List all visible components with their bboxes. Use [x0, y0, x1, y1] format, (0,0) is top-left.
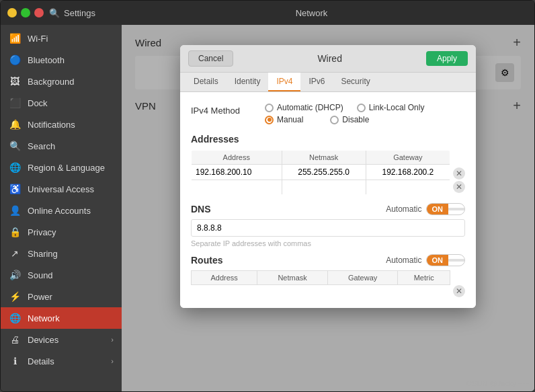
- devices-chevron-icon: ›: [111, 336, 114, 344]
- sidebar-item-notifications[interactable]: 🔔 Notifications: [1, 114, 122, 135]
- tab-security[interactable]: Security: [333, 73, 378, 91]
- main-content: 📶 Wi-Fi 🔵 Bluetooth 🖼 Background ⬛ Dock …: [1, 25, 534, 391]
- dialog-overlay: Cancel Wired Apply Details Identity IPv4…: [122, 25, 534, 391]
- search-icon: 🔍: [49, 8, 60, 18]
- table-row: 192.168.200.10 255.255.255.0 192.168.200…: [192, 165, 450, 180]
- app-window: 🔍 Settings Network 📶 Wi-Fi 🔵 Bluetooth 🖼…: [0, 0, 535, 392]
- sidebar-item-sharing[interactable]: ↗ Sharing: [1, 243, 122, 264]
- content-area: Wired + ⚙ VPN + Cancel Wired: [122, 25, 534, 391]
- address-cell-1[interactable]: 192.168.200.10: [192, 165, 282, 180]
- sidebar-item-bluetooth[interactable]: 🔵 Bluetooth: [1, 49, 122, 71]
- dns-auto-row: Automatic ON: [386, 203, 465, 215]
- sidebar-item-privacy[interactable]: 🔒 Privacy: [1, 221, 122, 243]
- dns-input[interactable]: [191, 219, 465, 237]
- sidebar-item-label: Wi-Fi: [28, 34, 48, 44]
- sidebar-item-label: Dock: [28, 98, 48, 108]
- watermark: CSDN @Jacky~~~: [466, 379, 529, 387]
- sidebar-item-dock[interactable]: ⬛ Dock: [1, 92, 122, 114]
- universal-icon: ♿: [9, 183, 21, 195]
- dialog-title: Wired: [240, 53, 419, 64]
- bluetooth-icon: 🔵: [9, 54, 21, 66]
- routes-toggle-on: ON: [427, 255, 449, 266]
- routes-label: Routes: [191, 255, 222, 266]
- routes-toggle[interactable]: ON: [426, 254, 466, 266]
- sidebar-item-region[interactable]: 🌐 Region & Language: [1, 157, 122, 178]
- dialog-tabs: Details Identity IPv4 IPv6 Security: [180, 73, 476, 92]
- tab-details[interactable]: Details: [186, 73, 227, 91]
- settings-title-left: Settings: [64, 8, 95, 18]
- dns-auto-label: Automatic: [386, 204, 421, 214]
- online-accounts-icon: 👤: [9, 204, 21, 217]
- sidebar-item-label: Bluetooth: [28, 55, 65, 65]
- apply-button[interactable]: Apply: [426, 51, 468, 66]
- sidebar-item-sound[interactable]: 🔊 Sound: [1, 264, 122, 286]
- radio-disable[interactable]: Disable: [330, 115, 369, 124]
- sidebar-item-label: Universal Access: [28, 184, 94, 194]
- wifi-icon: 📶: [9, 32, 21, 44]
- sidebar-item-label: Power: [28, 292, 52, 302]
- sidebar-item-details[interactable]: ℹ Details ›: [1, 350, 122, 372]
- dns-section: DNS Automatic ON Separate: [191, 203, 465, 247]
- radio-automatic-label: Automatic (DHCP): [277, 103, 343, 112]
- ipv4-method-row: IPv4 Method Automatic (DHCP): [191, 103, 465, 124]
- ipv4-method-content: Automatic (DHCP) Link-Local Only: [265, 103, 465, 124]
- privacy-icon: 🔒: [9, 226, 21, 238]
- address-cell-2[interactable]: [192, 180, 282, 195]
- settings-title-center: Network: [95, 8, 528, 18]
- sidebar-item-label: Search: [28, 141, 55, 151]
- tab-ipv4[interactable]: IPv4: [268, 73, 300, 91]
- dns-toggle[interactable]: ON: [426, 203, 466, 215]
- routes-col-address: Address: [192, 271, 257, 285]
- sidebar-item-universal[interactable]: ♿ Universal Access: [1, 178, 122, 200]
- region-icon: 🌐: [9, 161, 21, 173]
- radio-automatic[interactable]: Automatic (DHCP): [265, 103, 343, 112]
- sidebar-item-power[interactable]: ⚡ Power: [1, 286, 122, 307]
- radio-manual-label: Manual: [277, 115, 303, 124]
- addresses-section: Addresses Address Netmask Gateway: [191, 134, 465, 195]
- addresses-table-wrapper: Address Netmask Gateway 192.168.200.10: [191, 150, 465, 195]
- radio-link-local-label: Link-Local Only: [369, 103, 425, 112]
- col-address-header: Address: [192, 151, 282, 165]
- addresses-table: Address Netmask Gateway 192.168.200.10: [191, 150, 450, 195]
- dns-toggle-off: [448, 208, 464, 210]
- gateway-cell-1[interactable]: 192.168.200.2: [366, 165, 450, 180]
- close-button[interactable]: [34, 8, 44, 17]
- routes-table-wrapper: Address Netmask Gateway Metric ✕: [191, 270, 465, 297]
- routes-auto-label: Automatic: [386, 256, 421, 265]
- gateway-cell-2[interactable]: [366, 180, 450, 195]
- sidebar-item-label: Devices: [28, 335, 58, 345]
- sidebar-item-label: Sound: [28, 270, 53, 280]
- routes-delete-button[interactable]: ✕: [453, 285, 465, 297]
- power-icon: ⚡: [9, 290, 21, 303]
- notifications-icon: 🔔: [9, 118, 21, 130]
- delete-row-1-button[interactable]: ✕: [453, 167, 465, 180]
- netmask-cell-1[interactable]: 255.255.255.0: [282, 165, 366, 180]
- sidebar-item-label: Region & Language: [28, 163, 105, 173]
- sidebar-item-network[interactable]: 🌐 Network: [1, 307, 122, 329]
- routes-col-metric: Metric: [398, 271, 450, 285]
- sound-icon: 🔊: [9, 269, 21, 281]
- addresses-heading: Addresses: [191, 134, 465, 145]
- sidebar-item-search[interactable]: 🔍 Search: [1, 135, 122, 157]
- sidebar-item-label: Sharing: [28, 249, 58, 259]
- tab-identity[interactable]: Identity: [227, 73, 269, 91]
- radio-link-local[interactable]: Link-Local Only: [357, 103, 425, 112]
- sidebar-item-label: Notifications: [28, 120, 75, 130]
- titlebar: 🔍 Settings Network: [1, 1, 534, 25]
- tab-ipv6[interactable]: IPv6: [300, 73, 333, 91]
- background-icon: 🖼: [9, 75, 21, 87]
- routes-table: Address Netmask Gateway Metric: [191, 270, 450, 285]
- sidebar-item-online-accounts[interactable]: 👤 Online Accounts: [1, 200, 122, 221]
- dialog-header: Cancel Wired Apply: [180, 45, 476, 73]
- minimize-button[interactable]: [7, 8, 17, 17]
- sidebar-item-wifi[interactable]: 📶 Wi-Fi: [1, 28, 122, 49]
- sidebar-item-devices[interactable]: 🖨 Devices ›: [1, 329, 122, 350]
- sidebar-item-background[interactable]: 🖼 Background: [1, 71, 122, 92]
- delete-row-2-button[interactable]: ✕: [453, 181, 465, 193]
- maximize-button[interactable]: [21, 8, 30, 17]
- col-gateway-header: Gateway: [366, 151, 450, 165]
- cancel-button[interactable]: Cancel: [188, 50, 233, 67]
- radio-manual[interactable]: Manual: [265, 115, 303, 124]
- netmask-cell-2[interactable]: [282, 180, 366, 195]
- radio-link-local-circle: [357, 104, 366, 112]
